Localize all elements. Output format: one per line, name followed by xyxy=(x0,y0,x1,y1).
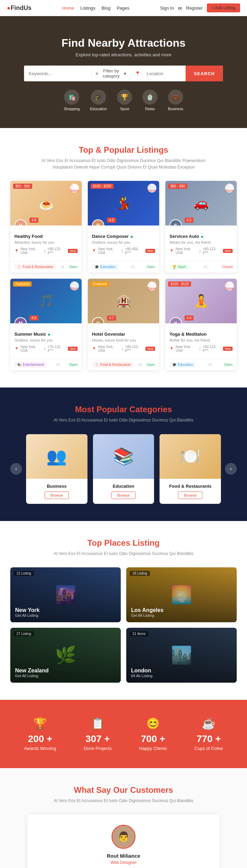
nav-home[interactable]: Home xyxy=(62,5,74,11)
place-name: London xyxy=(131,668,232,674)
listing-title: Hotel Govendar xyxy=(92,332,155,337)
cat-relax[interactable]: 🍵 Relax xyxy=(142,90,157,111)
search-button[interactable]: SEARCH xyxy=(186,66,223,81)
listing-rating: 4.5 xyxy=(107,218,116,223)
listing-title: Dance Composer xyxy=(92,234,155,239)
listing-rating: 4.7 xyxy=(107,315,116,321)
place-name: New Zealand xyxy=(15,668,116,674)
place-card-london[interactable]: 🏙️ 21 Items London 04 Ak Listing xyxy=(126,628,237,683)
listing-category: 🎭 Entertainment xyxy=(14,362,47,368)
listing-image: 🎵 Featured ♡ Save M 4.6 xyxy=(10,279,82,323)
listing-image: 💃 $100 - $200 ♡ Save D 4.5 xyxy=(88,181,159,225)
listing-location: 📍 New York, USA | +80-123-4*** New xyxy=(169,345,233,352)
cat-shopping[interactable]: 🛍️ Shopping xyxy=(64,90,80,111)
listing-image: 🏨 Featured ♡ Save G 4.7 xyxy=(88,279,159,323)
category-title: Education xyxy=(96,484,151,489)
stat-label: Awards Winning xyxy=(24,746,56,751)
listing-status: Open xyxy=(224,363,233,367)
stat-label: Cups of Cofee xyxy=(195,746,223,751)
category-card-business[interactable]: 👥 Business Browse xyxy=(26,434,87,504)
browse-button[interactable]: Browse xyxy=(178,491,202,499)
places-title: Top Places Listing xyxy=(10,538,237,548)
listing-title: Services Auto xyxy=(169,234,233,239)
browse-button[interactable]: Browse xyxy=(111,491,136,499)
listing-card[interactable]: 🍝 $50 - $90 ♡ Save H 4.8 Healthy Food At… xyxy=(10,181,82,273)
next-arrow[interactable]: › xyxy=(225,463,237,475)
places-subtitle: At Vero Eos Et Accusamus Et Iusto Odio D… xyxy=(38,551,209,557)
stat-label: Happy Clients xyxy=(139,746,167,751)
filter-icon: ≡ xyxy=(96,71,98,76)
listing-card[interactable]: 🏨 Featured ♡ Save G 4.7 Hotel Govendar H… xyxy=(88,279,159,370)
cat-sport[interactable]: 🏆 Sport xyxy=(117,90,132,111)
listing-location: 📍 New York, USA | +75-123-4*** New xyxy=(14,345,78,352)
place-card-newzealand[interactable]: 🌿 27 Listing New Zealand Get All Listing xyxy=(10,628,121,683)
hero-subtitle: Explore top-rated attractions, activitie… xyxy=(7,52,240,57)
place-subtitle: Get All Listing xyxy=(15,674,116,678)
listing-badge: Featured xyxy=(13,281,32,287)
stat-number: 770 + xyxy=(195,733,223,744)
listing-subtitle: Outdoor, luxury for you xyxy=(14,338,78,342)
location-input[interactable] xyxy=(142,71,181,76)
browse-button[interactable]: Browse xyxy=(45,491,69,499)
listing-category: 🍴 Food & Restaurants xyxy=(92,362,133,368)
testimonial-role: Web Designer xyxy=(38,860,209,865)
category-card-education[interactable]: 📚 Education Browse xyxy=(93,434,154,504)
listing-category: 🎓 Education xyxy=(92,264,118,270)
save-button[interactable]: ♡ Save xyxy=(70,184,79,193)
stat-awards: 🏆 200 + Awards Winning xyxy=(24,717,56,751)
category-card-food[interactable]: 🍽️ Food & Restaurants Browse xyxy=(160,434,221,504)
listings-grid: 🍝 $50 - $90 ♡ Save H 4.8 Healthy Food At… xyxy=(10,181,237,370)
listing-price: $100 - $200 xyxy=(91,184,114,189)
keywords-input[interactable] xyxy=(24,66,91,81)
stats-section: 🏆 200 + Awards Winning 📋 307 + Done Proj… xyxy=(0,700,247,768)
listing-category: 🎓 Education xyxy=(169,362,196,368)
cat-education[interactable]: 🎓 Education xyxy=(90,90,107,111)
listing-card[interactable]: 🧘 $100 - $120 ♡ Save Y 4.4 Yoga & Medita… xyxy=(165,279,237,370)
category-filter[interactable]: ≡ Filter by category ▾ xyxy=(92,66,131,81)
place-name: New York xyxy=(15,607,116,613)
places-section: Top Places Listing At Vero Eos Et Accusa… xyxy=(0,521,247,700)
prev-arrow[interactable]: ‹ xyxy=(10,463,22,475)
place-card-newyork[interactable]: 🌆 12 Listing New York Get All Listing xyxy=(10,567,121,622)
listing-category: 🏆 Sport xyxy=(169,264,189,270)
place-subtitle: Get All Listing xyxy=(131,613,232,617)
save-button[interactable]: ♡ Save xyxy=(225,184,234,193)
location-wrapper: 📍 xyxy=(131,66,186,81)
nav-blog[interactable]: Blog xyxy=(102,5,110,11)
listing-subtitle: Attracted, luxury for you xyxy=(14,240,78,244)
nav-listings[interactable]: Listings xyxy=(80,5,95,11)
save-button[interactable]: ♡ Save xyxy=(225,281,234,290)
listing-image: 🍝 $50 - $90 ♡ Save H 4.8 xyxy=(10,181,82,225)
stat-clients: 😊 700 + Happy Clients xyxy=(139,717,167,751)
listing-subtitle: House, luxury food for you xyxy=(92,338,155,342)
categories-header: Most Popular Categories At Vero Eos Et A… xyxy=(10,405,237,424)
listing-card[interactable]: 🚗 $80 - $90 ♡ Save S 4.2 Services Auto A… xyxy=(165,181,237,273)
listing-image: 🚗 $80 - $90 ♡ Save S 4.2 xyxy=(165,181,237,225)
nav-pages[interactable]: Pages xyxy=(117,5,129,11)
save-button[interactable]: ♡ Save xyxy=(70,281,79,290)
listing-card[interactable]: 💃 $100 - $200 ♡ Save D 4.5 Dance Compose… xyxy=(88,181,159,273)
listing-location: 📍 New York, USA | +80-456-8*** New xyxy=(92,247,155,255)
logo[interactable]: ●FindUs xyxy=(7,4,32,12)
trophy-icon: 🏆 xyxy=(24,717,56,730)
sign-in-link[interactable]: Sign In xyxy=(160,5,174,11)
hero-section: Find Nearby Attractions Explore top-rate… xyxy=(0,16,247,128)
register-link[interactable]: Register xyxy=(186,5,203,11)
cat-business[interactable]: 💼 Business xyxy=(168,90,183,111)
listing-location: 📍 New York, USA | +80-123-8*** New xyxy=(92,345,155,352)
places-grid: 🌆 12 Listing New York Get All Listing 🌅 … xyxy=(10,567,237,683)
place-card-losangeles[interactable]: 🌅 18 Listing Los Angeles Get All Listing xyxy=(126,567,237,622)
stat-number: 700 + xyxy=(139,733,167,744)
navbar-right: Sign In or Register + Add Listing xyxy=(160,3,240,12)
add-listing-button[interactable]: + Add Listing xyxy=(207,3,240,12)
save-button[interactable]: ♡ Save xyxy=(148,184,156,193)
save-button[interactable]: ♡ Save xyxy=(148,281,156,290)
testimonials-header: What Say Our Customers At Vero Eos Et Ac… xyxy=(10,785,237,804)
testimonial-avatar: 👨 xyxy=(111,825,136,849)
search-bar: ≡ Filter by category ▾ 📍 SEARCH xyxy=(24,66,223,81)
listing-location: 📍 New York, USA | +80-123-4*** New xyxy=(169,247,233,255)
listing-rating: 4.6 xyxy=(30,315,38,321)
listing-price: $100 - $120 xyxy=(168,281,191,287)
listing-card[interactable]: 🎵 Featured ♡ Save M 4.6 Summer Music Out… xyxy=(10,279,82,370)
navbar: ●FindUs Home Listings Blog Pages Sign In… xyxy=(0,0,247,16)
